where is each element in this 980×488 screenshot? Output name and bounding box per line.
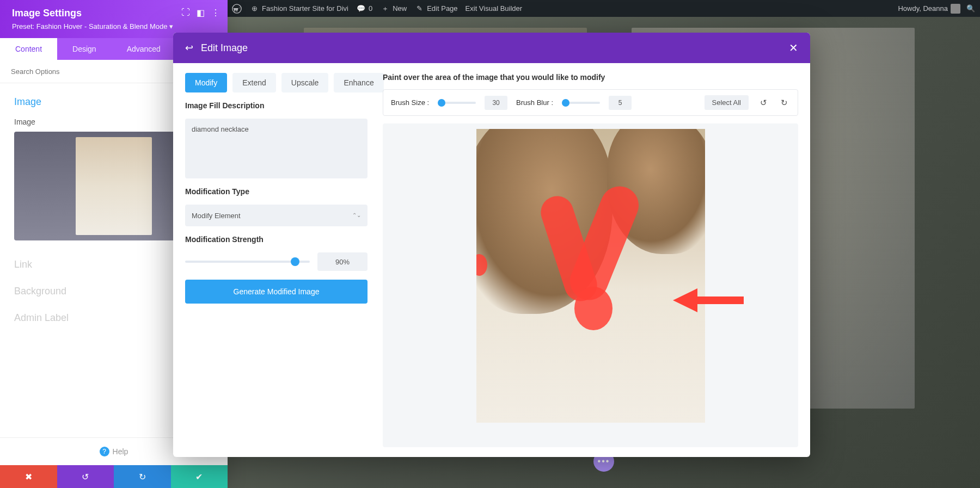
modal-canvas-panel: Paint over the area of the image that yo… — [383, 73, 798, 447]
strength-slider[interactable] — [185, 261, 310, 263]
tab-content[interactable]: Content — [0, 38, 57, 60]
discard-button[interactable]: ✖ — [0, 465, 57, 488]
brush-size-slider[interactable] — [438, 102, 476, 104]
panel-footer: ✖ ↺ ↻ ✔ — [0, 465, 228, 488]
save-button[interactable]: ✔ — [171, 465, 228, 488]
edit-image-modal: ↩ Edit Image ✕ Modify Extend Upscale Enh… — [173, 33, 810, 457]
modal-title: Edit Image — [201, 42, 781, 54]
howdy-text: Howdy, Deanna — [898, 4, 948, 13]
pencil-icon: ✎ — [414, 4, 424, 14]
site-name-text: Fashion Starter Site for Divi — [262, 4, 348, 13]
help-text: Help — [113, 447, 128, 456]
select-all-button[interactable]: Select All — [705, 95, 749, 110]
brush-blur-slider[interactable] — [562, 102, 600, 104]
modification-type-select[interactable]: Modify Element — [185, 205, 367, 226]
tab-modify[interactable]: Modify — [185, 73, 227, 92]
brush-size-thumb[interactable] — [438, 99, 445, 107]
help-icon: ? — [100, 447, 109, 456]
instruction-text: Paint over the area of the image that yo… — [383, 73, 798, 82]
comment-icon: 💬 — [356, 4, 366, 14]
edit-mode-tabs: Modify Extend Upscale Enhance — [185, 73, 367, 92]
avatar — [951, 4, 960, 14]
modal-header: ↩ Edit Image ✕ — [173, 33, 810, 63]
modal-controls: Modify Extend Upscale Enhance Image Fill… — [185, 73, 367, 447]
generate-button[interactable]: Generate Modified Image — [185, 280, 367, 304]
fill-description-input[interactable]: diamond necklace — [185, 119, 367, 178]
image-thumbnail — [76, 137, 152, 235]
new-link[interactable]: ＋New — [380, 4, 407, 14]
tab-extend[interactable]: Extend — [232, 73, 276, 92]
edit-page-text: Edit Page — [427, 4, 457, 13]
howdy-link[interactable]: Howdy, Deanna — [898, 4, 960, 14]
strength-slider-thumb[interactable] — [291, 257, 299, 266]
annotation-arrow-icon — [667, 284, 744, 317]
brush-blur-thumb[interactable] — [562, 99, 569, 107]
tab-upscale[interactable]: Upscale — [281, 73, 329, 92]
modification-type-label: Modification Type — [185, 187, 367, 196]
brush-size-value[interactable]: 30 — [485, 96, 507, 110]
wordpress-icon[interactable] — [232, 4, 242, 14]
menu-icon[interactable]: ⋮ — [211, 8, 220, 18]
close-icon[interactable]: ✕ — [789, 41, 798, 54]
canvas-toolbar: Brush Size : 30 Brush Blur : 5 Select Al… — [383, 89, 798, 116]
edit-page-link[interactable]: ✎Edit Page — [414, 4, 457, 14]
modification-strength-label: Modification Strength — [185, 235, 367, 244]
canvas-image[interactable] — [476, 129, 705, 423]
canvas-undo-icon[interactable]: ↺ — [757, 97, 769, 109]
tab-design[interactable]: Design — [57, 38, 112, 60]
paint-stroke — [574, 287, 612, 330]
dock-icon[interactable]: ◧ — [197, 8, 205, 18]
brush-blur-value[interactable]: 5 — [609, 96, 632, 110]
preset-selector[interactable]: Preset: Fashion Hover - Saturation & Ble… — [12, 22, 216, 30]
back-icon[interactable]: ↩ — [185, 42, 193, 54]
canvas-redo-icon[interactable]: ↻ — [778, 97, 790, 109]
expand-icon[interactable]: ⛶ — [181, 8, 190, 18]
fill-description-label: Image Fill Description — [185, 101, 367, 110]
comments-count: 0 — [369, 4, 372, 13]
brush-size-label: Brush Size : — [391, 98, 429, 107]
canvas-area[interactable] — [383, 123, 798, 447]
tab-enhance[interactable]: Enhance — [334, 73, 383, 92]
tab-advanced[interactable]: Advanced — [112, 38, 176, 60]
undo-button[interactable]: ↺ — [57, 465, 114, 488]
new-text: New — [393, 4, 407, 13]
redo-button[interactable]: ↻ — [114, 465, 171, 488]
plus-icon: ＋ — [380, 4, 390, 14]
search-icon[interactable]: 🔍 — [966, 4, 976, 14]
brush-blur-label: Brush Blur : — [516, 98, 553, 107]
dashboard-icon: ⊕ — [249, 4, 259, 14]
exit-visual-builder-link[interactable]: Exit Visual Builder — [465, 4, 523, 13]
site-name-link[interactable]: ⊕Fashion Starter Site for Divi — [249, 4, 348, 14]
strength-value[interactable]: 90% — [317, 252, 367, 271]
comments-link[interactable]: 💬0 — [356, 4, 372, 14]
wp-admin-bar: ⊕Fashion Starter Site for Divi 💬0 ＋New ✎… — [228, 0, 980, 17]
